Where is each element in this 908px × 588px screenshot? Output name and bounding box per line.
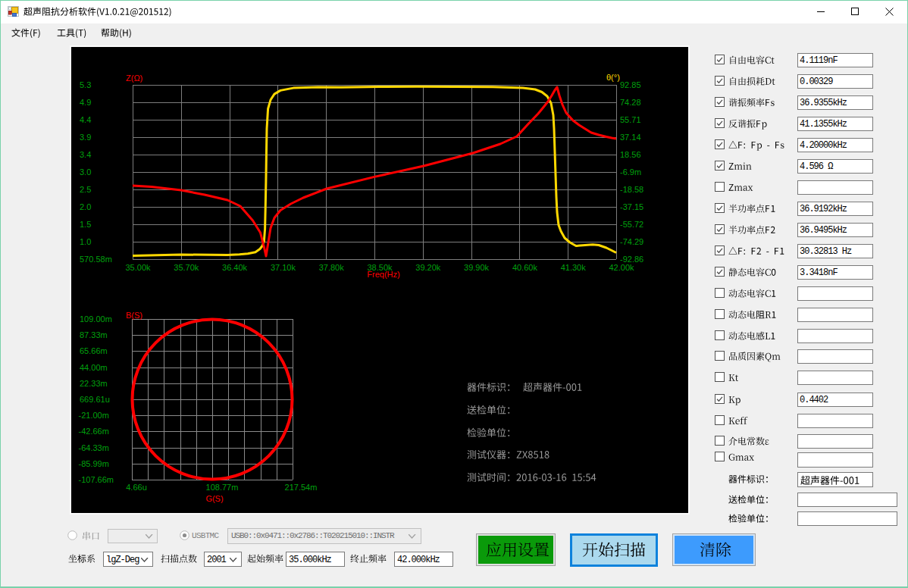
svg-text:θ(°): θ(°) xyxy=(606,73,620,82)
svg-text:-18.58: -18.58 xyxy=(620,185,643,194)
svg-text:1.5: 1.5 xyxy=(80,220,91,229)
svg-text:B(S): B(S) xyxy=(126,311,142,320)
svg-text:217.54m: 217.54m xyxy=(285,483,318,492)
svg-text:570.58m: 570.58m xyxy=(80,255,112,264)
svg-text:-21.00m: -21.00m xyxy=(79,411,109,420)
svg-text:-74.29: -74.29 xyxy=(620,237,643,246)
svg-text:39.20k: 39.20k xyxy=(415,263,441,272)
svg-text:42.00k: 42.00k xyxy=(609,263,634,272)
svg-text:G(S): G(S) xyxy=(205,494,223,503)
svg-text:65.66m: 65.66m xyxy=(80,346,108,355)
svg-text:35.00k: 35.00k xyxy=(125,263,151,272)
svg-text:44.00m: 44.00m xyxy=(80,363,108,372)
svg-text:4.4: 4.4 xyxy=(80,115,91,124)
svg-text:109.00m: 109.00m xyxy=(80,314,112,324)
svg-text:36.40k: 36.40k xyxy=(222,263,248,272)
svg-text:3.0: 3.0 xyxy=(80,167,91,177)
svg-text:1.0: 1.0 xyxy=(80,237,91,246)
svg-text:37.10k: 37.10k xyxy=(271,263,296,272)
svg-text:35.70k: 35.70k xyxy=(174,263,199,272)
svg-text:669.61u: 669.61u xyxy=(80,395,110,404)
svg-text:2.0: 2.0 xyxy=(80,202,91,211)
svg-text:87.33m: 87.33m xyxy=(80,330,108,339)
svg-text:108.77m: 108.77m xyxy=(206,483,239,492)
svg-text:-85.99m: -85.99m xyxy=(79,459,109,468)
svg-text:3.9: 3.9 xyxy=(80,133,91,142)
svg-text:Freq(Hz): Freq(Hz) xyxy=(367,270,399,279)
svg-text:5.3: 5.3 xyxy=(80,80,91,89)
svg-text:37.80k: 37.80k xyxy=(319,263,345,272)
svg-text:22.33m: 22.33m xyxy=(80,379,108,388)
svg-text:-55.72: -55.72 xyxy=(620,220,643,229)
svg-text:-107.66m: -107.66m xyxy=(79,475,114,484)
svg-text:2.5: 2.5 xyxy=(80,185,91,194)
svg-text:-37.15: -37.15 xyxy=(620,202,643,211)
svg-text:-42.66m: -42.66m xyxy=(79,427,109,436)
svg-text:41.30k: 41.30k xyxy=(561,263,587,272)
svg-text:55.71: 55.71 xyxy=(620,115,641,124)
svg-text:37.14: 37.14 xyxy=(620,133,641,142)
svg-text:39.90k: 39.90k xyxy=(464,263,490,272)
svg-text:3.4: 3.4 xyxy=(80,150,91,159)
svg-text:-64.33m: -64.33m xyxy=(79,443,109,452)
svg-text:92.85: 92.85 xyxy=(620,80,641,89)
svg-text:-6.9m: -6.9m xyxy=(620,167,641,177)
svg-text:4.9: 4.9 xyxy=(80,98,91,107)
svg-text:Z(Ω): Z(Ω) xyxy=(126,74,142,83)
svg-text:4.66u: 4.66u xyxy=(126,483,147,492)
svg-text:18.56: 18.56 xyxy=(620,150,641,159)
svg-text:40.60k: 40.60k xyxy=(512,263,538,272)
svg-text:74.28: 74.28 xyxy=(620,98,641,107)
